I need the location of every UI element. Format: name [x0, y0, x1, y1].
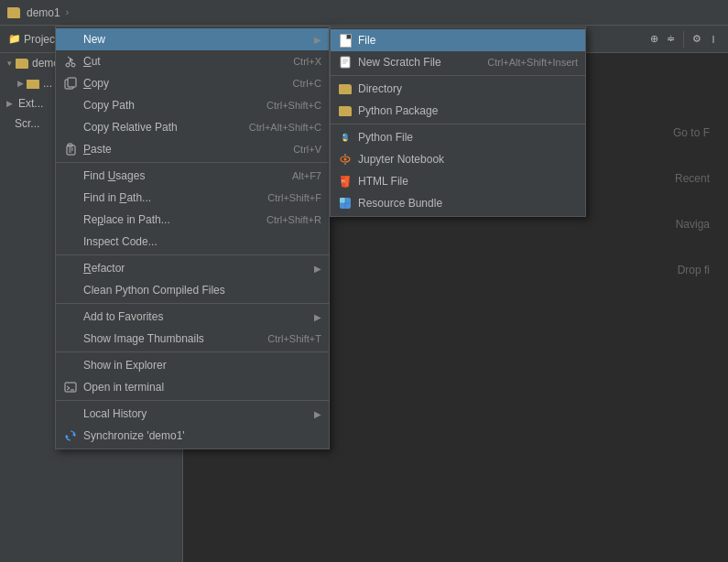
toolbar-sync-icon[interactable]: ≑ — [663, 32, 678, 47]
menu-shortcut-copy-relative-path: Ctrl+Alt+Shift+C — [249, 122, 321, 133]
svg-rect-28 — [68, 78, 76, 87]
tree-arrow-ext: ▶ — [4, 99, 15, 108]
submenu-item-html[interactable]: H HTML File — [331, 170, 585, 192]
menu-item-copy-relative-path[interactable]: Copy Relative Path Ctrl+Alt+Shift+C — [56, 116, 329, 138]
menu-item-inspect-code[interactable]: Inspect Code... — [56, 231, 329, 253]
svg-marker-37 — [66, 435, 69, 438]
menu-icon-new — [63, 32, 78, 47]
menu-label-find-in-path: Find in Path... — [83, 191, 249, 204]
svg-point-12 — [344, 158, 347, 161]
svg-point-13 — [344, 154, 346, 156]
toolbar-project-label: Project — [24, 33, 58, 46]
hint-goto: Go to F — [673, 126, 710, 139]
menu-icon-find-in-path — [63, 190, 78, 205]
submenu-item-python-file[interactable]: Python File — [331, 126, 585, 148]
menu-divider-4 — [56, 351, 329, 352]
menu-icon-refactor — [63, 261, 78, 276]
svg-point-9 — [343, 135, 345, 136]
menu-shortcut-show-image: Ctrl+Shift+T — [267, 333, 321, 344]
hint-navigate: Naviga — [676, 218, 710, 231]
toolbar-globe-icon[interactable]: ⊕ — [647, 32, 661, 47]
menu-item-synchronize[interactable]: Synchronize 'demo1' — [56, 425, 329, 447]
menu-item-new[interactable]: New ▶ File — [56, 28, 329, 50]
tree-label-sub1: ... — [43, 77, 52, 90]
breadcrumb: demo1 › — [7, 6, 71, 19]
menu-item-add-favorites[interactable]: Add to Favorites ▶ — [56, 306, 329, 328]
menu-item-copy-path[interactable]: Copy Path Ctrl+Shift+C — [56, 94, 329, 116]
menu-icon-local-history — [63, 406, 78, 421]
menu-label-show-explorer: Show in Explorer — [83, 359, 321, 372]
submenu-item-python-package[interactable]: Python Package — [331, 100, 585, 122]
menu-label-refactor: Refactor — [83, 262, 310, 275]
breadcrumb-chevron: › — [66, 7, 69, 17]
ide-background: demo1 › 📁 Project ▾ ⊕ ≑ ⚙ I ▾ demo1 — [0, 0, 728, 562]
menu-icon-copy — [63, 76, 78, 91]
menu-item-find-usages[interactable]: Find Usages Alt+F7 — [56, 165, 329, 187]
submenu-label-python-package: Python Package — [358, 104, 578, 117]
menu-item-show-explorer[interactable]: Show in Explorer — [56, 354, 329, 376]
hint-drop: Drop fi — [678, 264, 710, 276]
menu-icon-find-usages — [63, 168, 78, 183]
menu-divider-5 — [56, 400, 329, 401]
menu-icon-copy-path — [63, 98, 78, 113]
menu-icon-paste — [63, 142, 78, 157]
tree-folder-icon-demo1 — [15, 56, 29, 70]
submenu-icon-html: H — [338, 174, 353, 189]
tree-arrow-sub1: ▶ — [15, 79, 26, 88]
menu-item-open-terminal[interactable]: Open in terminal — [56, 376, 329, 398]
toolbar-settings-icon[interactable]: ⚙ — [690, 32, 704, 47]
menu-icon-add-favorites — [63, 309, 78, 324]
menu-shortcut-find-usages: Alt+F7 — [292, 170, 321, 181]
submenu-new: File New Scratch File Ctrl+Alt+Shift+Ins… — [330, 27, 586, 217]
svg-rect-2 — [341, 57, 350, 68]
menu-icon-synchronize — [63, 428, 78, 443]
folder-icon — [7, 7, 20, 18]
submenu-shortcut-scratch: Ctrl+Alt+Shift+Insert — [487, 57, 578, 68]
menu-shortcut-cut: Ctrl+X — [293, 56, 321, 67]
menu-label-find-usages: Find Usages — [83, 169, 274, 182]
menu-label-clean-python: Clean Python Compiled Files — [83, 284, 321, 297]
menu-item-local-history[interactable]: Local History ▶ — [56, 403, 329, 425]
menu-item-paste[interactable]: Paste Ctrl+V — [56, 138, 329, 160]
submenu-icon-resource — [338, 196, 353, 211]
project-name: demo1 — [27, 6, 60, 19]
svg-point-22 — [66, 63, 70, 67]
menu-label-paste: Paste — [83, 143, 275, 156]
menu-label-inspect-code: Inspect Code... — [83, 235, 321, 248]
submenu-label-file: File — [358, 34, 578, 47]
tree-arrow-demo1: ▾ — [4, 59, 15, 68]
menu-item-show-image[interactable]: Show Image Thumbnails Ctrl+Shift+T — [56, 328, 329, 350]
menu-shortcut-replace-in-path: Ctrl+Shift+R — [266, 214, 321, 225]
menu-item-find-in-path[interactable]: Find in Path... Ctrl+Shift+F — [56, 187, 329, 209]
menu-label-copy-relative-path: Copy Relative Path — [83, 121, 231, 134]
menu-icon-copy-relative-path — [63, 120, 78, 135]
submenu-label-directory: Directory — [358, 82, 578, 95]
submenu-item-jupyter[interactable]: Jupyter Notebook — [331, 148, 585, 170]
submenu-icon-file — [338, 33, 353, 48]
submenu-item-file[interactable]: File — [331, 29, 585, 51]
menu-label-add-favorites: Add to Favorites — [83, 310, 310, 323]
svg-point-23 — [71, 63, 75, 67]
toolbar-layout-icon[interactable]: I — [706, 32, 721, 47]
menu-icon-inspect-code — [63, 234, 78, 249]
menu-icon-show-explorer — [63, 358, 78, 373]
menu-item-cut[interactable]: Cut Ctrl+X — [56, 50, 329, 72]
menu-icon-replace-in-path — [63, 212, 78, 227]
menu-item-copy[interactable]: Copy Ctrl+C — [56, 72, 329, 94]
submenu-item-directory[interactable]: Directory — [331, 78, 585, 100]
toolbar-divider — [683, 31, 684, 48]
menu-label-replace-in-path: Replace in Path... — [83, 213, 248, 226]
menu-divider-1 — [56, 162, 329, 163]
menu-item-replace-in-path[interactable]: Replace in Path... Ctrl+Shift+R — [56, 209, 329, 231]
menu-shortcut-paste: Ctrl+V — [293, 144, 321, 155]
svg-text:H: H — [342, 178, 345, 184]
menu-arrow-favorites: ▶ — [314, 312, 321, 322]
submenu-label-resource: Resource Bundle — [358, 197, 578, 210]
menu-icon-show-image — [63, 331, 78, 346]
menu-item-refactor[interactable]: Refactor ▶ — [56, 257, 329, 279]
menu-label-show-image: Show Image Thumbnails — [83, 332, 249, 345]
menu-shortcut-find-in-path: Ctrl+Shift+F — [267, 192, 321, 203]
menu-item-clean-python[interactable]: Clean Python Compiled Files — [56, 279, 329, 301]
submenu-item-resource[interactable]: Resource Bundle — [331, 192, 585, 214]
submenu-item-scratch[interactable]: New Scratch File Ctrl+Alt+Shift+Insert — [331, 51, 585, 73]
